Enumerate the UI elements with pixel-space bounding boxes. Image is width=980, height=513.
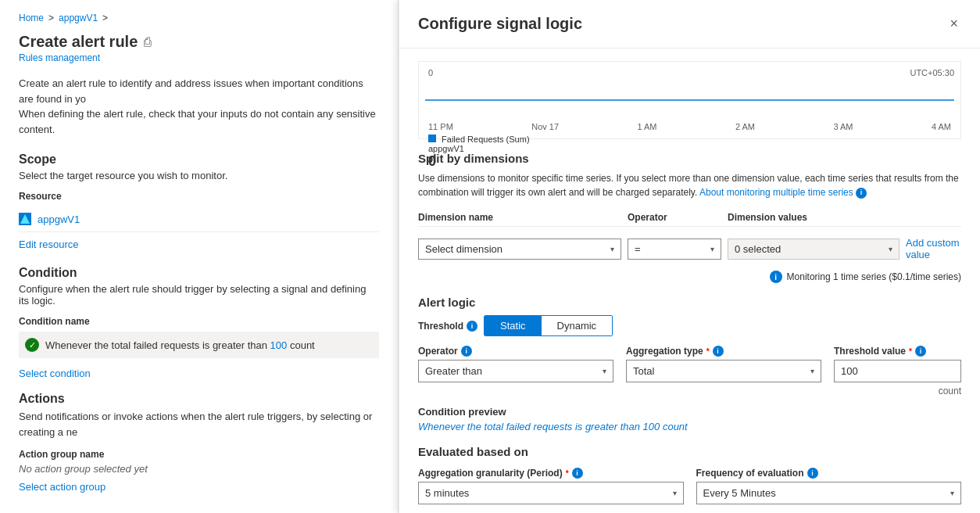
- agg-granularity-arrow: ▾: [673, 489, 677, 497]
- chart-top: 0: [425, 68, 954, 77]
- page-description: Create an alert rule to identify and add…: [19, 76, 379, 137]
- chart-legend-color: [428, 135, 436, 142]
- dimension-placeholder: Select dimension: [425, 243, 503, 255]
- freq-evaluation-label: Frequency of evaluation i: [696, 468, 962, 479]
- freq-evaluation-select[interactable]: Every 5 Minutes ▾: [696, 482, 962, 504]
- split-info-icon: i: [856, 188, 867, 199]
- chart-legend-label: Failed Requests (Sum): [442, 135, 530, 144]
- panel-header: Configure signal logic ×: [399, 0, 980, 48]
- threshold-value-label: Threshold value * i: [834, 346, 961, 357]
- agg-granularity-select[interactable]: 5 minutes ▾: [418, 482, 684, 504]
- right-panel: Configure signal logic × 0 UTC+05:30 11 …: [399, 0, 980, 513]
- print-icon[interactable]: ⎙: [144, 35, 152, 49]
- scope-subtitle: Select the target resource you wish to m…: [19, 170, 379, 181]
- agg-type-field: Aggregation type * i Total ▾: [626, 346, 821, 382]
- utc-label: UTC+05:30: [910, 68, 954, 77]
- agg-granularity-label: Aggregation granularity (Period) * i: [418, 468, 684, 479]
- chart-zero: 0: [428, 68, 433, 77]
- operator-select[interactable]: Greater than ▾: [418, 360, 613, 382]
- resource-icon-inner: [20, 214, 30, 224]
- panel-body: 0 UTC+05:30 11 PM Nov 17 1 AM 2 AM 3 AM …: [399, 48, 980, 513]
- operator-label: Operator i: [418, 346, 613, 357]
- dim-table-row: Select dimension ▾ = ▾ 0 selected ▾ Add …: [418, 233, 961, 264]
- actions-title: Actions: [19, 392, 379, 406]
- dimension-dropdown-arrow: ▾: [610, 245, 614, 253]
- alert-form-row: Operator i Greater than ▾ Aggregation ty…: [418, 346, 961, 396]
- operator-value: =: [635, 243, 641, 255]
- threshold-info-icon: i: [467, 321, 477, 332]
- dim-name-col: Dimension name: [418, 212, 621, 223]
- monitoring-info-icon: i: [770, 271, 782, 283]
- condition-preview-text: Whenever the total failed requests is gr…: [418, 421, 961, 432]
- actions-section: Actions Send notifications or invoke act…: [19, 392, 379, 493]
- agg-granularity-field: Aggregation granularity (Period) * i 5 m…: [418, 468, 684, 504]
- operator-dropdown-arrow: ▾: [710, 245, 714, 253]
- freq-evaluation-value: Every 5 Minutes: [703, 487, 776, 499]
- page-title-row: Create alert rule ⎙: [19, 33, 379, 51]
- rules-management-link[interactable]: Rules management: [19, 52, 379, 63]
- dimension-dropdown[interactable]: Select dimension ▾: [418, 239, 621, 260]
- alert-logic-title: Alert logic: [418, 296, 961, 309]
- condition-section: Condition Configure when the alert rule …: [19, 266, 379, 379]
- panel-title: Configure signal logic: [418, 15, 582, 33]
- dim-values-col: Dimension values: [728, 212, 900, 223]
- agg-type-select[interactable]: Total ▾: [626, 360, 821, 382]
- condition-preview-title: Condition preview: [418, 406, 961, 418]
- agg-type-arrow: ▾: [810, 367, 814, 375]
- chart-legend-resource: appgwV1: [428, 144, 464, 153]
- actions-description: Send notifications or invoke actions whe…: [19, 409, 379, 439]
- chart-area: 0 UTC+05:30 11 PM Nov 17 1 AM 2 AM 3 AM …: [418, 61, 961, 139]
- threshold-row: Threshold i Static Dynamic: [418, 315, 961, 336]
- condition-subtitle: Configure when the alert rule should tri…: [19, 283, 379, 307]
- breadcrumb-sep1: >: [48, 13, 54, 23]
- freq-evaluation-field: Frequency of evaluation i Every 5 Minute…: [696, 468, 962, 504]
- condition-item: ✓ Whenever the total failed requests is …: [19, 332, 379, 358]
- resource-name: appgwV1: [38, 213, 80, 225]
- scope-section: Scope Select the target resource you wis…: [19, 152, 379, 250]
- freq-evaluation-arrow: ▾: [950, 489, 954, 497]
- chart-timeline: 11 PM Nov 17 1 AM 2 AM 3 AM 4 AM: [425, 122, 954, 131]
- monitoring-link[interactable]: About monitoring multiple time series: [699, 187, 853, 198]
- page-title: Create alert rule: [19, 33, 138, 51]
- threshold-value-input[interactable]: [834, 360, 961, 382]
- static-toggle[interactable]: Static: [485, 316, 542, 335]
- edit-resource-link[interactable]: Edit resource: [19, 239, 379, 250]
- no-action-text: No action group selected yet: [19, 463, 379, 475]
- operator-field: Operator i Greater than ▾: [418, 346, 613, 382]
- operator-select-value: Greater than: [425, 365, 482, 377]
- chart-svg: [425, 81, 954, 120]
- action-group-label: Action group name: [19, 449, 379, 460]
- operator-select-arrow: ▾: [603, 367, 606, 375]
- dim-operator-col: Operator: [628, 212, 721, 223]
- condition-title: Condition: [19, 266, 379, 280]
- dynamic-toggle[interactable]: Dynamic: [542, 316, 613, 335]
- operator-info-icon: i: [461, 346, 472, 357]
- chart-value: 0: [425, 153, 954, 170]
- evaluated-title: Evaluated based on: [418, 445, 961, 458]
- select-condition-link[interactable]: Select condition: [19, 368, 379, 379]
- resource-row: appgwV1: [19, 206, 379, 232]
- threshold-label: Threshold i: [418, 321, 477, 332]
- agg-granularity-info-icon: i: [572, 468, 583, 479]
- breadcrumb-home[interactable]: Home: [19, 13, 44, 23]
- freq-info-icon: i: [807, 468, 818, 479]
- add-custom-value[interactable]: Add custom value: [906, 233, 961, 264]
- breadcrumb-sep2: >: [102, 13, 108, 23]
- chart-legend: Failed Requests (Sum) appgwV1: [425, 135, 954, 153]
- breadcrumb-resource[interactable]: appgwV1: [59, 13, 98, 23]
- operator-dropdown[interactable]: = ▾: [628, 239, 721, 260]
- close-button[interactable]: ×: [946, 13, 961, 35]
- agg-type-value: Total: [633, 365, 654, 377]
- threshold-value-field: Threshold value * i count: [834, 346, 961, 396]
- select-action-group-link[interactable]: Select action group: [19, 481, 379, 493]
- resource-icon: [19, 213, 31, 225]
- monitoring-info-text: Monitoring 1 time series ($0.1/time seri…: [787, 271, 961, 282]
- resource-label: Resource: [19, 191, 379, 202]
- eval-row: Aggregation granularity (Period) * i 5 m…: [418, 468, 961, 504]
- split-description: Use dimensions to monitor specific time …: [418, 171, 961, 199]
- values-dropdown[interactable]: 0 selected ▾: [728, 239, 900, 260]
- left-panel: Home > appgwV1 > Create alert rule ⎙ Rul…: [0, 0, 399, 513]
- agg-type-info-icon: i: [713, 346, 724, 357]
- breadcrumb: Home > appgwV1 >: [19, 13, 379, 23]
- condition-name-label: Condition name: [19, 316, 379, 327]
